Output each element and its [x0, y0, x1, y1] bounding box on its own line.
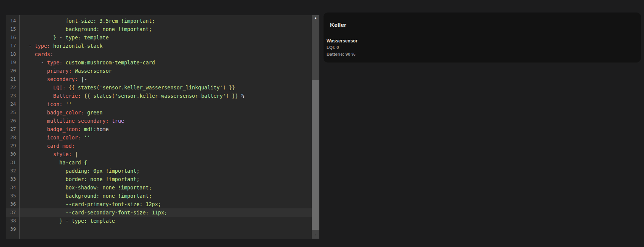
line-number: 16	[6, 33, 19, 42]
entity-battery: Batterie: 90 %	[327, 52, 355, 56]
code-line[interactable]: 19 - type: custom:mushroom-template-card	[6, 58, 312, 67]
code-line[interactable]: 30 style: |	[6, 150, 312, 158]
code-text[interactable]: badge_color: green	[19, 108, 102, 117]
entity-name: Wassersensor	[327, 38, 358, 44]
code-line[interactable]: 38 } - type: template	[6, 217, 312, 225]
code-text[interactable]: primary: Wassersensor	[19, 67, 112, 75]
code-text[interactable]: badge_icon: mdi:home	[19, 125, 109, 133]
card-title: Keller	[330, 22, 346, 28]
code-text[interactable]: ha-card {	[19, 158, 87, 167]
code-text[interactable]: --card-secondary-font-size: 11px;	[19, 208, 167, 217]
preview-card: Keller Wassersensor LQI: 0 Batterie: 90 …	[324, 13, 641, 63]
gutter-separator	[19, 15, 20, 239]
code-line[interactable]: 37 --card-secondary-font-size: 11px;	[6, 208, 312, 217]
line-number: 21	[6, 75, 19, 83]
code-text[interactable]: background: none !important;	[19, 25, 152, 33]
code-line[interactable]: 26 multiline_secondary: true	[6, 117, 312, 125]
entity-lqi: LQI: 0	[327, 45, 339, 50]
code-text[interactable]: background: none !important;	[19, 192, 152, 200]
line-number: 28	[6, 133, 19, 142]
code-line[interactable]: 16 } - type: template	[6, 33, 312, 42]
code-line[interactable]: 39	[6, 225, 312, 233]
code-line[interactable]: 27 badge_icon: mdi:home	[6, 125, 312, 133]
code-text[interactable]: card_mod:	[19, 142, 75, 150]
line-number: 14	[6, 17, 19, 25]
code-line[interactable]: 36 --card-primary-font-size: 12px;	[6, 200, 312, 208]
code-text[interactable]: - type: custom:mushroom-template-card	[19, 58, 155, 67]
scrollbar-thumb[interactable]	[312, 80, 319, 230]
line-number: 31	[6, 158, 19, 167]
code-line[interactable]: 18 cards:	[6, 50, 312, 58]
line-number: 23	[6, 92, 19, 100]
line-number: 35	[6, 192, 19, 200]
line-number: 24	[6, 100, 19, 108]
code-line[interactable]: 33 border: none !important;	[6, 175, 312, 183]
code-line[interactable]: 22 LQI: {{ states('sensor.keller_wassers…	[6, 83, 312, 92]
scroll-up-icon[interactable]: ▲	[312, 15, 319, 21]
code-text[interactable]: Batterie: {{ states('sensor.keller_wasse…	[19, 92, 244, 100]
code-line[interactable]: 28 icon_color: ''	[6, 133, 312, 142]
code-text[interactable]: cards:	[19, 50, 53, 58]
line-number: 22	[6, 83, 19, 92]
code-line[interactable]: 20 primary: Wassersensor	[6, 67, 312, 75]
line-number: 37	[6, 208, 19, 217]
code-line[interactable]: 35 background: none !important;	[6, 192, 312, 200]
code-line[interactable]: 14 font-size: 3.5rem !important;	[6, 17, 312, 25]
code-line[interactable]: 34 box-shadow: none !important;	[6, 183, 312, 192]
code-text[interactable]: } - type: template	[19, 33, 109, 42]
line-number: 17	[6, 42, 19, 50]
code-line[interactable]: 31 ha-card {	[6, 158, 312, 167]
code-text[interactable]: secondary: |-	[19, 75, 87, 83]
code-text[interactable]: --card-primary-font-size: 12px;	[19, 200, 161, 208]
code-line[interactable]: 21 secondary: |-	[6, 75, 312, 83]
code-text[interactable]: box-shadow: none !important;	[19, 183, 152, 192]
page: 14 font-size: 3.5rem !important;15 backg…	[0, 0, 644, 247]
code-text[interactable]: style: |	[19, 150, 78, 158]
line-number: 30	[6, 150, 19, 158]
line-number: 25	[6, 108, 19, 117]
editor-scrollbar[interactable]: ▲ ▼	[312, 15, 319, 239]
code-text[interactable]: LQI: {{ states('sensor.keller_wassersens…	[19, 83, 235, 92]
line-number: 36	[6, 200, 19, 208]
code-area[interactable]: 14 font-size: 3.5rem !important;15 backg…	[6, 15, 312, 239]
code-text[interactable]: } - type: template	[19, 217, 115, 225]
code-text[interactable]: padding: 0px !important;	[19, 167, 140, 175]
code-text[interactable]: border: none !important;	[19, 175, 140, 183]
code-line[interactable]: 32 padding: 0px !important;	[6, 167, 312, 175]
code-text[interactable]: - type: horizontal-stack	[19, 42, 102, 50]
line-number: 34	[6, 183, 19, 192]
code-text[interactable]: icon: ''	[19, 100, 72, 108]
line-number: 27	[6, 125, 19, 133]
line-number: 38	[6, 217, 19, 225]
line-number: 32	[6, 167, 19, 175]
code-text[interactable]: icon_color: ''	[19, 133, 90, 142]
code-text[interactable]	[19, 225, 22, 233]
line-number: 26	[6, 117, 19, 125]
code-line[interactable]: 17 - type: horizontal-stack	[6, 42, 312, 50]
line-number: 18	[6, 50, 19, 58]
line-number: 19	[6, 58, 19, 67]
code-line[interactable]: 23 Batterie: {{ states('sensor.keller_wa…	[6, 92, 312, 100]
line-number: 29	[6, 142, 19, 150]
code-line[interactable]: 24 icon: ''	[6, 100, 312, 108]
line-number: 33	[6, 175, 19, 183]
line-number: 15	[6, 25, 19, 33]
code-text[interactable]: multiline_secondary: true	[19, 117, 124, 125]
line-number: 20	[6, 67, 19, 75]
code-line[interactable]: 29 card_mod:	[6, 142, 312, 150]
code-line[interactable]: 15 background: none !important;	[6, 25, 312, 33]
yaml-editor[interactable]: 14 font-size: 3.5rem !important;15 backg…	[6, 15, 319, 239]
code-line[interactable]: 25 badge_color: green	[6, 108, 312, 117]
line-number: 39	[6, 225, 19, 233]
scroll-down-icon[interactable]: ▼	[312, 232, 319, 238]
code-text[interactable]: font-size: 3.5rem !important;	[19, 17, 155, 25]
